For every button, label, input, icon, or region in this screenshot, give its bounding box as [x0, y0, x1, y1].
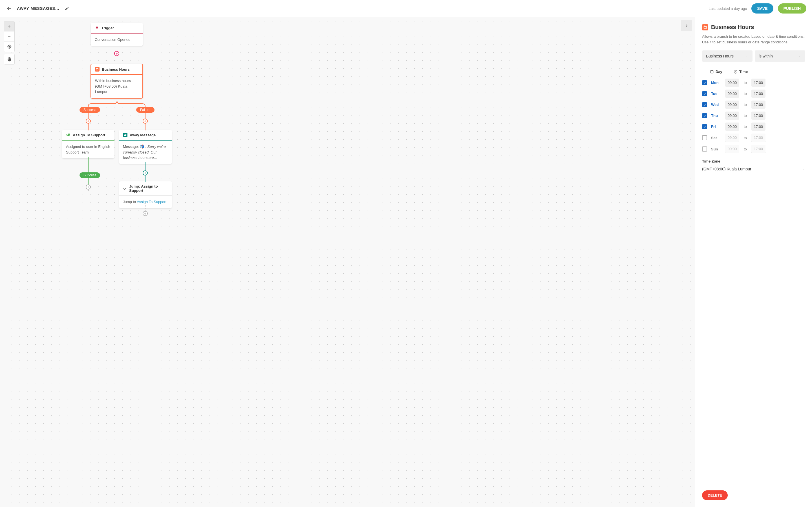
header: AWAY MESSAGES... Last updated a day ago … — [0, 0, 812, 17]
start-time-input[interactable] — [725, 101, 739, 109]
trigger-header: Trigger — [91, 23, 143, 34]
calendar-icon — [702, 24, 708, 31]
away-title: Away Message — [130, 133, 156, 137]
group-add-icon — [66, 133, 70, 137]
edit-title-button[interactable] — [64, 6, 70, 11]
end-time-input[interactable] — [751, 122, 765, 131]
add-step-button[interactable]: + — [86, 119, 91, 124]
end-time-input[interactable] — [751, 78, 765, 87]
calendar-icon — [710, 70, 714, 74]
day-checkbox[interactable] — [702, 147, 707, 152]
add-step-button[interactable]: + — [143, 119, 148, 124]
time-separator: to — [743, 80, 748, 85]
day-checkbox[interactable] — [702, 113, 707, 118]
day-row: Sunto — [702, 144, 805, 155]
add-step-button[interactable]: + — [143, 170, 148, 175]
add-step-button[interactable]: + — [143, 211, 148, 216]
zoom-in-button[interactable] — [4, 21, 14, 32]
bh-header: Business Hours — [91, 64, 142, 75]
jump-body: Jump to Assign To Support — [119, 196, 172, 208]
jump-header: Jump: Assign to Support — [119, 181, 172, 196]
zoom-out-button[interactable] — [4, 32, 14, 42]
day-label: Thu — [711, 114, 721, 118]
end-time-input[interactable] — [751, 112, 765, 120]
away-body: Message: 📬 : Sorry we're currently close… — [119, 140, 172, 164]
end-time-input — [751, 145, 765, 153]
chevron-down-icon — [798, 54, 801, 58]
sidebar-title: Business Hours — [711, 24, 754, 31]
time-separator: to — [743, 92, 748, 96]
day-row: Frito — [702, 121, 805, 132]
day-column-label: Day — [716, 69, 722, 74]
plug-icon — [95, 25, 99, 30]
back-button[interactable] — [6, 5, 12, 12]
day-checkbox[interactable] — [702, 124, 707, 129]
timezone-label: Time Zone — [702, 159, 805, 163]
sidebar-header: Business Hours — [702, 24, 805, 31]
last-updated-text: Last updated a day ago — [709, 6, 747, 11]
canvas-tools — [4, 21, 15, 66]
away-prefix: Message: 📬 — [123, 145, 146, 149]
start-time-input[interactable] — [725, 122, 739, 131]
condition-controls: Business Hours is within — [702, 50, 805, 62]
header-left: AWAY MESSAGES... — [6, 5, 70, 12]
time-separator: to — [743, 103, 748, 107]
add-step-button[interactable]: + — [114, 51, 119, 56]
day-checkbox[interactable] — [702, 91, 707, 96]
support-body: Assigned to user in English Support Team — [62, 140, 114, 158]
day-label: Sat — [711, 136, 721, 140]
bh-title: Business Hours — [102, 67, 130, 71]
start-time-input[interactable] — [725, 90, 739, 98]
start-time-input[interactable] — [725, 112, 739, 120]
save-button[interactable]: SAVE — [751, 3, 773, 13]
day-label: Mon — [711, 80, 721, 85]
day-label: Fri — [711, 124, 721, 129]
time-column-label: Time — [739, 69, 748, 74]
day-row: Monto — [702, 77, 805, 88]
start-time-input[interactable] — [725, 78, 739, 87]
jump-icon — [123, 186, 127, 191]
timezone-select[interactable]: (GMT+08:00) Kuala Lumpur — [702, 166, 805, 172]
away-message-node[interactable]: Away Message Message: 📬 : Sorry we're cu… — [119, 130, 172, 164]
pan-button[interactable] — [4, 54, 14, 64]
assign-support-node[interactable]: Assign To Support Assigned to user in En… — [62, 130, 114, 158]
day-label: Wed — [711, 103, 721, 107]
calendar-icon — [95, 67, 100, 71]
collapse-sidebar-button[interactable] — [681, 20, 692, 31]
condition-type-select[interactable]: Business Hours — [702, 50, 753, 62]
day-label: Tue — [711, 92, 721, 96]
chevron-down-icon — [802, 167, 805, 171]
sidebar-footer: DELETE — [702, 485, 805, 500]
support-header: Assign To Support — [62, 130, 114, 140]
publish-button[interactable]: PUBLISH — [778, 3, 806, 13]
end-time-input[interactable] — [751, 101, 765, 109]
jump-link[interactable]: Assign To Support — [137, 200, 166, 204]
timezone-value: (GMT+08:00) Kuala Lumpur — [702, 167, 751, 171]
sidebar: Business Hours Allows a branch to be cre… — [695, 17, 812, 507]
mail-icon — [123, 133, 128, 137]
clock-icon — [733, 70, 738, 74]
day-label: Sun — [711, 147, 721, 151]
center-button[interactable] — [4, 42, 14, 52]
delete-button[interactable]: DELETE — [702, 490, 728, 500]
trigger-node[interactable]: Trigger Conversation Opened — [91, 23, 143, 46]
jump-prefix: Jump to — [123, 200, 137, 204]
day-checkbox[interactable] — [702, 102, 707, 107]
page-title: AWAY MESSAGES... — [17, 6, 59, 11]
chevron-down-icon — [745, 54, 749, 58]
jump-node[interactable]: Jump: Assign to Support Jump to Assign T… — [119, 181, 172, 208]
support-title: Assign To Support — [73, 133, 105, 137]
time-separator: to — [743, 136, 748, 140]
time-separator: to — [743, 147, 748, 151]
day-checkbox[interactable] — [702, 135, 707, 140]
condition-op-select[interactable]: is within — [755, 50, 805, 62]
trigger-title: Trigger — [101, 26, 114, 30]
day-row: Wedto — [702, 99, 805, 110]
add-step-button[interactable]: + — [86, 184, 91, 189]
end-time-input[interactable] — [751, 90, 765, 98]
schedule-header: Day Time — [702, 67, 805, 77]
end-time-input — [751, 133, 765, 142]
day-checkbox[interactable] — [702, 80, 707, 86]
canvas[interactable]: Trigger Conversation Opened + Business H… — [0, 17, 695, 507]
header-right: Last updated a day ago SAVE PUBLISH — [709, 3, 806, 13]
